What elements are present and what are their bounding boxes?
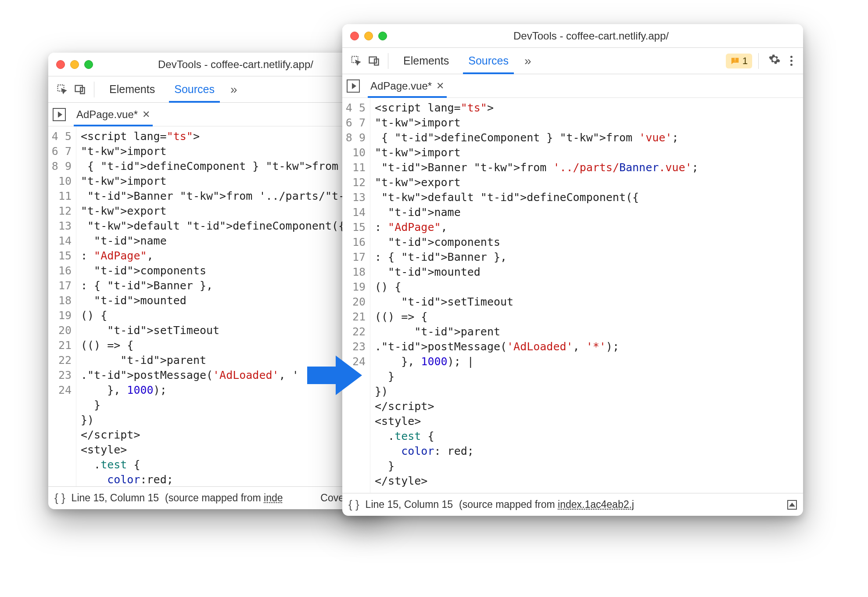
svg-text:!: ! <box>734 57 735 62</box>
drawer-toggle-icon[interactable] <box>787 500 797 510</box>
zoom-icon[interactable] <box>84 60 93 69</box>
close-tab-icon[interactable]: ✕ <box>142 109 150 120</box>
file-tab[interactable]: AdPage.vue* ✕ <box>74 104 153 125</box>
settings-icon[interactable] <box>765 53 784 68</box>
inspect-icon[interactable] <box>348 53 364 69</box>
close-icon[interactable] <box>350 32 359 40</box>
warning-icon: ! <box>730 56 740 66</box>
more-menu-icon[interactable] <box>786 56 797 66</box>
source-mapped: (source mapped from inde <box>165 492 283 504</box>
separator <box>94 82 94 97</box>
source-map-link[interactable]: index.1ac4eab2.j <box>558 499 634 510</box>
device-toggle-icon[interactable] <box>366 53 382 69</box>
panel-toolbar: Elements Sources » <box>48 76 386 103</box>
file-tab[interactable]: AdPage.vue* ✕ <box>368 76 447 97</box>
devtools-window-left: DevTools - coffee-cart.netlify.app/ Elem… <box>48 53 386 509</box>
warning-badge[interactable]: ! 1 <box>726 54 752 68</box>
svg-rect-4 <box>369 57 377 63</box>
source-mapped: (source mapped from index.1ac4eab2.j <box>459 499 634 511</box>
navigator-icon[interactable] <box>53 108 66 121</box>
device-toggle-icon[interactable] <box>72 82 88 97</box>
titlebar: DevTools - coffee-cart.netlify.app/ <box>342 24 803 48</box>
cursor-position: Line 15, Column 15 <box>72 492 159 504</box>
separator <box>388 53 388 69</box>
more-tabs-icon[interactable]: » <box>225 83 243 97</box>
tab-sources[interactable]: Sources <box>459 48 517 73</box>
file-tab-bar: AdPage.vue* ✕ <box>342 74 803 98</box>
zoom-icon[interactable] <box>378 32 387 40</box>
tab-elements[interactable]: Elements <box>395 48 458 73</box>
pretty-print-icon[interactable]: { } <box>54 491 65 505</box>
traffic-lights <box>350 32 387 40</box>
warning-count: 1 <box>742 55 748 67</box>
inspect-icon[interactable] <box>54 82 70 97</box>
source-map-link[interactable]: inde <box>264 492 283 503</box>
arrow-icon <box>307 351 364 399</box>
minimize-icon[interactable] <box>70 60 79 69</box>
code-area[interactable]: <script lang="ts">"t-kw">import { "t-id"… <box>76 126 386 486</box>
navigator-icon[interactable] <box>347 79 360 93</box>
close-tab-icon[interactable]: ✕ <box>436 80 444 92</box>
separator <box>758 53 759 69</box>
tab-sources[interactable]: Sources <box>165 77 223 102</box>
pretty-print-icon[interactable]: { } <box>348 498 359 511</box>
panel-toolbar: Elements Sources » ! 1 <box>342 48 803 74</box>
code-area[interactable]: <script lang="ts">"t-kw">import { "t-id"… <box>370 98 803 493</box>
more-tabs-icon[interactable]: » <box>519 54 537 68</box>
file-tab-label: AdPage.vue* <box>76 108 138 121</box>
code-editor[interactable]: 4 5 6 7 8 9 10 11 12 13 14 15 16 17 18 1… <box>48 126 386 486</box>
cursor-position: Line 15, Column 15 <box>366 499 453 511</box>
tab-elements[interactable]: Elements <box>100 77 164 102</box>
file-tab-bar: AdPage.vue* ✕ <box>48 103 386 126</box>
svg-marker-7 <box>307 356 362 395</box>
code-editor[interactable]: 4 5 6 7 8 9 10 11 12 13 14 15 16 17 18 1… <box>342 98 803 493</box>
window-title: DevTools - coffee-cart.netlify.app/ <box>93 58 378 71</box>
devtools-window-right: DevTools - coffee-cart.netlify.app/ Elem… <box>342 24 803 516</box>
window-title: DevTools - coffee-cart.netlify.app/ <box>387 30 795 42</box>
titlebar: DevTools - coffee-cart.netlify.app/ <box>48 53 386 76</box>
line-gutter: 4 5 6 7 8 9 10 11 12 13 14 15 16 17 18 1… <box>48 126 76 486</box>
status-bar: { } Line 15, Column 15 (source mapped fr… <box>48 486 386 509</box>
status-bar: { } Line 15, Column 15 (source mapped fr… <box>342 493 803 516</box>
file-tab-label: AdPage.vue* <box>370 80 432 92</box>
svg-rect-1 <box>75 85 82 91</box>
close-icon[interactable] <box>56 60 65 69</box>
line-gutter: 4 5 6 7 8 9 10 11 12 13 14 15 16 17 18 1… <box>342 98 370 493</box>
traffic-lights <box>56 60 93 69</box>
minimize-icon[interactable] <box>364 32 373 40</box>
